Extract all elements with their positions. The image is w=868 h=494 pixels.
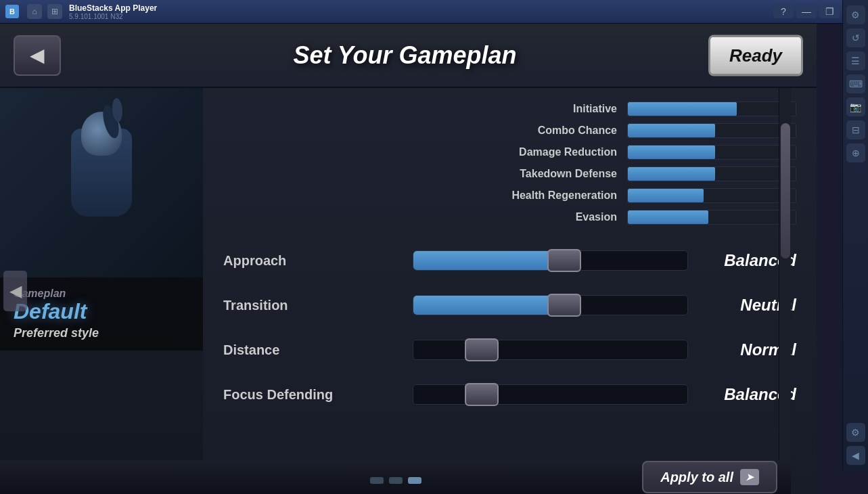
slider-row-transition: Transition Neutral [223, 290, 796, 321]
back-button[interactable]: ◀ [14, 35, 61, 76]
stat-bar-takedown [627, 166, 796, 181]
stat-label-combo: Combo Chance [482, 125, 617, 137]
slider-label-distance: Distance [223, 342, 413, 358]
stat-bar-damage-reduction [627, 145, 796, 160]
stat-label-damage-reduction: Damage Reduction [482, 146, 617, 158]
scrollbar-thumb[interactable] [781, 123, 790, 259]
scrollbar[interactable] [779, 88, 791, 494]
slider-track-distance[interactable] [413, 340, 688, 360]
sidebar-icon-settings[interactable]: ⚙ [846, 5, 865, 24]
slider-fill-transition [413, 296, 564, 315]
logo-icon: B [5, 5, 19, 18]
slider-thumb-distance[interactable] [465, 338, 499, 361]
sidebar-icon-keyboard[interactable]: ⌨ [846, 74, 865, 93]
stat-label-initiative: Initiative [482, 103, 617, 115]
multi-nav-icon[interactable]: ⊞ [47, 4, 62, 19]
apply-all-button[interactable]: Apply to all ➤ [642, 461, 777, 493]
nav-arrow-left[interactable]: ◀ [3, 271, 27, 311]
apply-all-label: Apply to all [660, 470, 733, 485]
game-main: ◀ Gameplan Default Preferred style Initi… [0, 88, 817, 494]
slider-label-approach: Approach [223, 253, 413, 269]
stat-row-initiative: Initiative [223, 102, 796, 116]
sidebar-icon-camera[interactable]: 📷 [846, 97, 865, 116]
app-version-label: 5.9.101.1001 N32 [69, 13, 157, 20]
stat-row-damage-reduction: Damage Reduction [223, 145, 796, 160]
minimize-button[interactable]: — [796, 5, 817, 18]
pagination-dot-1[interactable] [389, 477, 403, 484]
title-bar: B ⌂ ⊞ BlueStacks App Player 5.9.101.1001… [0, 0, 868, 24]
bottom-bar: Apply to all ➤ [0, 460, 791, 494]
apply-arrow-icon: ➤ [740, 469, 759, 485]
stat-bar-health [627, 188, 796, 203]
stat-row-takedown: Takedown Defense [223, 166, 796, 181]
slider-track-transition[interactable] [413, 295, 688, 315]
stat-fill-combo [628, 124, 715, 137]
slider-thumb-transition[interactable] [547, 294, 581, 317]
gameplan-info: Gameplan Default Preferred style [0, 277, 203, 351]
slider-fill-approach [413, 251, 564, 270]
pagination-dots [370, 477, 421, 484]
pagination-dot-2[interactable] [408, 477, 421, 484]
sidebar-icon-back[interactable]: ◀ [846, 446, 865, 465]
preferred-style-label: Preferred style [14, 326, 189, 340]
stat-fill-takedown [628, 167, 715, 181]
page-title: Set Your Gameplan [74, 41, 735, 70]
slider-row-approach: Approach Balanced [223, 245, 796, 276]
sidebar-icon-menu[interactable]: ☰ [846, 51, 865, 70]
app-name-label: BlueStacks App Player [69, 3, 157, 13]
stat-row-evasion: Evasion [223, 210, 796, 225]
content-row: ◀ Set Your Gameplan Ready [0, 24, 868, 494]
stat-row-health: Health Regeneration [223, 188, 796, 203]
slider-label-focus-defending: Focus Defending [223, 387, 413, 403]
stat-fill-health [628, 189, 704, 202]
ready-button[interactable]: Ready [708, 35, 803, 76]
slider-row-focus-defending: Focus Defending Balanced [223, 379, 796, 410]
stat-label-evasion: Evasion [482, 211, 617, 223]
home-nav-icon[interactable]: ⌂ [27, 4, 42, 19]
fighter-panel: ◀ Gameplan Default Preferred style [0, 88, 203, 494]
gameplan-name: Default [14, 300, 189, 323]
slider-track-approach[interactable] [413, 250, 688, 271]
pagination-dot-0[interactable] [370, 477, 384, 484]
gameplan-label: Gameplan [14, 288, 189, 300]
sidebar-icon-plus[interactable]: ⊕ [846, 143, 865, 162]
slider-thumb-approach[interactable] [547, 249, 581, 272]
stat-fill-initiative [628, 102, 737, 116]
app-logo: B [5, 5, 19, 18]
game-content: ◀ Set Your Gameplan Ready [0, 24, 817, 494]
stat-bar-initiative [627, 102, 796, 116]
slider-thumb-focus-defending[interactable] [465, 383, 499, 406]
sidebar-icon-refresh[interactable]: ↺ [846, 28, 865, 47]
title-nav-icons: ⌂ ⊞ [27, 4, 62, 19]
stat-bar-evasion [627, 210, 796, 225]
stat-label-health: Health Regeneration [482, 189, 617, 202]
stat-label-takedown: Takedown Defense [482, 168, 617, 180]
stat-fill-damage-reduction [628, 145, 715, 159]
restore-button[interactable]: ❐ [819, 5, 840, 18]
stats-panel: Initiative Combo Chance Da [203, 88, 817, 494]
game-header: ◀ Set Your Gameplan Ready [0, 24, 817, 88]
stat-fill-evasion [628, 210, 708, 224]
slider-section: Approach Balanced Transition [223, 245, 796, 410]
sidebar-icon-gear[interactable]: ⚙ [846, 423, 865, 442]
stat-bar-combo [627, 123, 796, 138]
sidebar-icon-minus[interactable]: ⊟ [846, 120, 865, 139]
slider-track-focus-defending[interactable] [413, 384, 688, 405]
stat-row-combo: Combo Chance [223, 123, 796, 138]
slider-row-distance: Distance Normal [223, 334, 796, 365]
right-sidebar: ⚙ ↺ ☰ ⌨ 📷 ⊟ ⊕ ⚙ ◀ [842, 0, 868, 470]
fighter-portrait [0, 88, 203, 277]
stat-rows: Initiative Combo Chance Da [223, 102, 796, 225]
slider-label-transition: Transition [223, 298, 413, 313]
help-button[interactable]: ? [773, 5, 794, 18]
